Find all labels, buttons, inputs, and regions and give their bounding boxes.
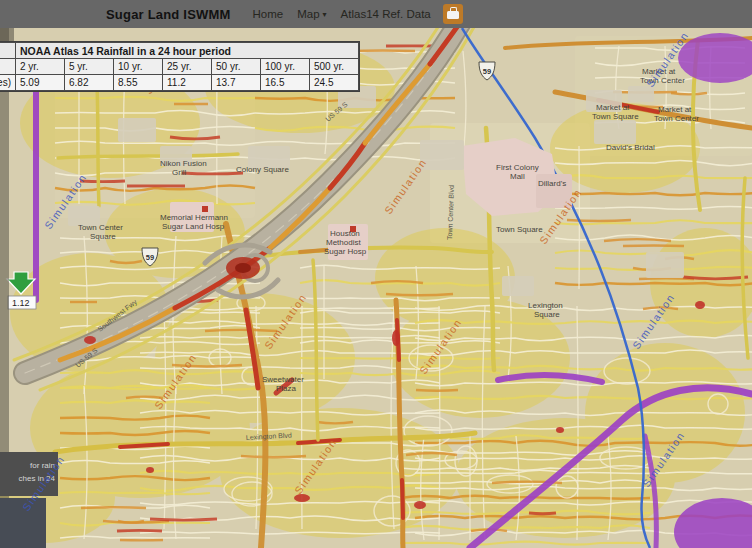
map-place-label: Market at (658, 105, 692, 114)
svg-text:59: 59 (483, 67, 491, 76)
app-title: Sugar Land ISWMM (106, 7, 231, 22)
menu-home[interactable]: Home (253, 8, 284, 20)
map-place-label: Mall (510, 172, 525, 181)
rainfall-col-header: 100 yr. (261, 59, 310, 75)
rainfall-value: 24.5 (310, 75, 359, 91)
map-place-label: Sugar Hosp (324, 247, 367, 256)
rainfall-value: 6.82 (65, 75, 114, 91)
rainfall-table: NOAA Atlas 14 Rainfall in a 24 hour peri… (0, 42, 359, 91)
map-place-label: Town Center (78, 223, 123, 232)
hospital-icon (202, 206, 208, 212)
map-stage: 1.12 for rain ches in 24 Nikon FusionGri… (0, 28, 752, 548)
menu-atlas14-ref-data[interactable]: Atlas14 Ref. Data (341, 8, 431, 20)
menu-map-label: Map (297, 8, 319, 20)
map-place-label: Nikon Fusion (160, 159, 207, 168)
map-place-label: Square (90, 232, 116, 241)
app-action-button[interactable] (443, 4, 463, 24)
map-place-label: Town Square (592, 112, 639, 121)
map-place-label: David's Bridal (606, 143, 655, 152)
map-place-label: Houston (330, 229, 360, 238)
map-place-label: Methodist (326, 238, 361, 247)
rainfall-value: 11.2 (163, 75, 212, 91)
menu-atlas14-label: Atlas14 Ref. Data (341, 8, 431, 20)
rainfall-value: 13.7 (212, 75, 261, 91)
rainfall-row-label: (inches) (0, 75, 16, 91)
rainfall-col-header: 50 yr. (212, 59, 261, 75)
map-place-label: Sweetwater (262, 375, 304, 384)
map-place-label: Dillard's (538, 179, 566, 188)
map-place-label: Lexington (528, 301, 563, 310)
app-header: Sugar Land ISWMM Home Map Atlas14 Ref. D… (0, 0, 752, 28)
map-place-label: Plaza (276, 384, 297, 393)
rainfall-col-header: 10 yr. (114, 59, 163, 75)
map-place-label: First Colony (496, 163, 539, 172)
map-place-label: Grill (172, 168, 186, 177)
rainfall-col-header: 500 yr. (310, 59, 359, 75)
rainfall-value: 5.09 (16, 75, 65, 91)
rainfall-title-spacer (0, 43, 16, 59)
rainfall-table-title: NOAA Atlas 14 Rainfall in a 24 hour peri… (16, 43, 359, 59)
rainfall-head-spacer (0, 59, 16, 75)
caret-down-icon (323, 10, 327, 19)
map-place-label: Memorial Hermann (160, 213, 228, 222)
map-canvas[interactable]: 1.12 for rain ches in 24 Nikon FusionGri… (0, 28, 752, 548)
map-place-label: Square (534, 310, 560, 319)
map-place-label: Town Square (496, 225, 543, 234)
svg-text:59: 59 (146, 253, 154, 262)
menu-map[interactable]: Map (297, 8, 326, 20)
rainfall-col-header: 25 yr. (163, 59, 212, 75)
rainfall-col-header: 2 yr. (16, 59, 65, 75)
map-place-label: Market at (596, 103, 630, 112)
map-place-label: Sugar Land Hosp (162, 222, 225, 231)
rainfall-col-header: 5 yr. (65, 59, 114, 75)
map-place-label: Colony Square (236, 165, 289, 174)
rainfall-value: 8.55 (114, 75, 163, 91)
rainfall-value: 16.5 (261, 75, 310, 91)
menu-home-label: Home (253, 8, 284, 20)
map-place-label: Town Center (654, 114, 699, 123)
marker-value: 1.12 (12, 298, 30, 308)
